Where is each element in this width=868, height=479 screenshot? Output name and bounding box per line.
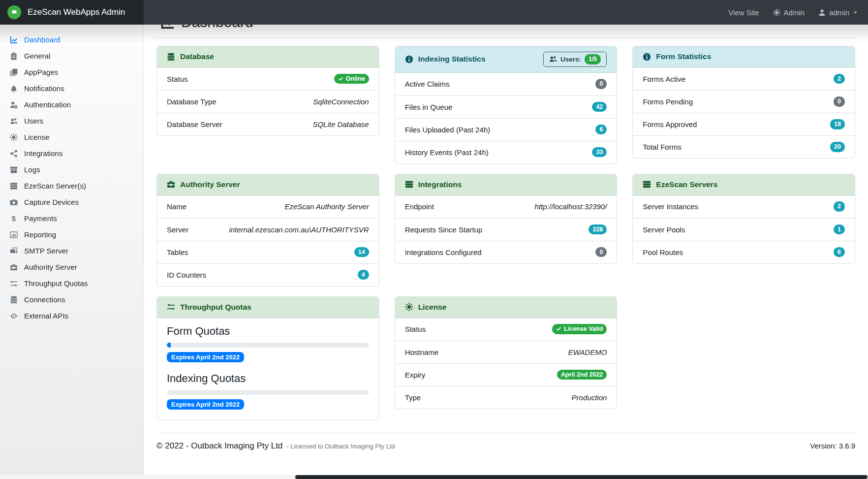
card-row: Total Forms20 — [633, 135, 855, 158]
row-value: internal.ezescan.com.au\AUTHORITYSVR — [229, 225, 369, 234]
topbar-links: View Site Admin admin — [728, 0, 868, 25]
form-quotas-progress-fill — [167, 343, 171, 348]
status-badge: 14 — [354, 247, 369, 257]
throughput-quotas-header: Throughput Quotas — [157, 297, 379, 318]
ezescan-servers-rows: Server Instances2Server Pools1Pool Route… — [633, 195, 855, 263]
scrollbar-thumb[interactable] — [295, 475, 868, 479]
card-row: History Events (Past 24h)33 — [395, 141, 617, 163]
sidebar-item-authentication[interactable]: Authentication — [0, 96, 143, 113]
row-value: Production — [572, 393, 607, 402]
chart-line-icon — [9, 36, 19, 44]
row-value: EWADEMO — [568, 348, 607, 356]
card-row: Database TypeSqliteConnection — [157, 90, 379, 113]
row-label: Status — [405, 325, 426, 333]
horizontal-scrollbar[interactable] — [0, 475, 868, 479]
sidebar-item-payments[interactable]: $Payments — [0, 210, 143, 226]
row-label: Server — [167, 225, 188, 234]
card-row: Forms Pending0 — [633, 90, 855, 113]
sidebar-item-general[interactable]: General — [0, 48, 143, 64]
status-badge: 0 — [595, 247, 607, 257]
indexing-quotas-progressbar — [167, 390, 369, 395]
server-icon — [9, 182, 19, 190]
sidebar-item-apppages[interactable]: AppPages — [0, 64, 143, 80]
exchange-icon — [9, 280, 19, 287]
status-badge: 18 — [830, 119, 845, 129]
sidebar-nav: DashboardGeneralAppPagesNotificationsAut… — [0, 25, 144, 479]
status-badge: April 2nd 2022 — [557, 370, 607, 380]
sidebar-item-label: Throughput Quotas — [24, 279, 88, 287]
licensed-text: - Licensed to Outback Imaging Pty Ltd — [286, 443, 395, 450]
row-value: SqliteConnection — [313, 97, 369, 106]
status-badge: 33 — [592, 147, 607, 158]
row-label: Tables — [167, 248, 188, 256]
sidebar-item-integrations[interactable]: Integrations — [0, 145, 143, 161]
user-icon — [818, 9, 826, 16]
indexing-statistics-header: Indexing Statistics Users: 1/5 — [395, 46, 617, 73]
gear-icon — [773, 9, 780, 16]
sidebar-item-label: SMTP Server — [24, 247, 68, 255]
chevron-down-icon — [853, 10, 858, 15]
card-row: Pool Routes6 — [633, 241, 855, 263]
sidebar-item-external-apis[interactable]: External APIs — [0, 308, 143, 324]
info-circle-icon — [405, 55, 413, 64]
view-site-link[interactable]: View Site — [728, 8, 759, 17]
users-count-badge: 1/5 — [585, 54, 601, 64]
sidebar-item-smtp-server[interactable]: SMTP Server — [0, 243, 143, 259]
title-divider — [156, 37, 855, 38]
sidebar-item-label: Authentication — [24, 100, 71, 109]
integrations-rows: Endpointhttp://localhost:32390/Requests … — [395, 195, 617, 263]
sidebar-item-license[interactable]: License — [0, 129, 143, 145]
info-circle-icon — [643, 53, 651, 61]
database-card: Database StatusOnlineDatabase TypeSqlite… — [156, 46, 379, 136]
admin-link[interactable]: Admin — [773, 8, 805, 17]
row-value: SQLite Database — [312, 120, 369, 128]
sidebar-item-users[interactable]: Users — [0, 113, 143, 129]
row-label: Active Claims — [405, 80, 450, 88]
users-button[interactable]: Users: 1/5 — [543, 52, 607, 67]
card-row: Serverinternal.ezescan.com.au\AUTHORITYS… — [157, 218, 379, 241]
throughput-quotas-card: Throughput Quotas Form Quotas Expires Ap… — [156, 296, 379, 420]
copy-icon — [9, 68, 19, 76]
authority-server-header: Authority Server — [157, 174, 379, 195]
card-row: Database ServerSQLite Database — [157, 113, 379, 135]
sidebar-item-connections[interactable]: Connections — [0, 291, 143, 308]
row-label: Hostname — [405, 348, 438, 356]
toolbox-icon — [167, 180, 175, 189]
sidebar-item-logs[interactable]: Logs — [0, 161, 143, 178]
row-label: Status — [167, 75, 188, 83]
row-label: Integrations Configured — [405, 248, 482, 256]
user-menu[interactable]: admin — [818, 8, 858, 17]
sidebar-item-label: Capture Devices — [24, 198, 79, 206]
toolbox-icon — [9, 263, 19, 271]
sidebar-item-ezescan-servers[interactable]: EzeScan Server(s) — [0, 178, 143, 194]
code-icon — [9, 312, 19, 320]
sidebar-item-capture-devices[interactable]: Capture Devices — [0, 194, 143, 210]
main-content: Dashboard Database StatusOnlineDatabase … — [144, 0, 868, 469]
indexing-quotas-section: Indexing Quotas Expires April 2nd 2022 — [167, 372, 369, 410]
integrations-card: Integrations Endpointhttp://localhost:32… — [395, 174, 618, 264]
server-icon — [643, 180, 651, 189]
status-badge: 2 — [834, 201, 845, 212]
topbar: EzeScan WebApps Admin View Site Admin ad… — [0, 0, 868, 25]
row-label: Files in Queue — [405, 103, 453, 111]
sidebar-item-notifications[interactable]: Notifications — [0, 80, 143, 96]
exchange-icon — [167, 303, 175, 311]
bell-icon — [9, 85, 19, 93]
row-label: Forms Pending — [643, 97, 693, 106]
database-rows: StatusOnlineDatabase TypeSqliteConnectio… — [157, 67, 379, 135]
sidebar-item-authority-server[interactable]: Authority Server — [0, 259, 143, 275]
row-label: ID Counters — [167, 271, 206, 279]
status-badge: 0 — [595, 79, 607, 89]
sidebar-item-dashboard[interactable]: Dashboard — [0, 32, 143, 48]
ezescan-logo-icon — [7, 5, 21, 19]
sidebar-item-label: Logs — [24, 165, 40, 174]
row-label: Name — [167, 202, 186, 211]
status-badge: 1 — [834, 224, 845, 235]
row-label: History Events (Past 24h) — [405, 148, 489, 157]
card-row: ID Counters4 — [157, 263, 379, 286]
card-row: Forms Active2 — [633, 67, 855, 90]
sidebar-item-reporting[interactable]: Reporting — [0, 226, 143, 243]
row-label: Database Type — [167, 97, 217, 106]
sidebar-item-throughput-quotas[interactable]: Throughput Quotas — [0, 275, 143, 291]
database-card-header: Database — [157, 46, 379, 67]
